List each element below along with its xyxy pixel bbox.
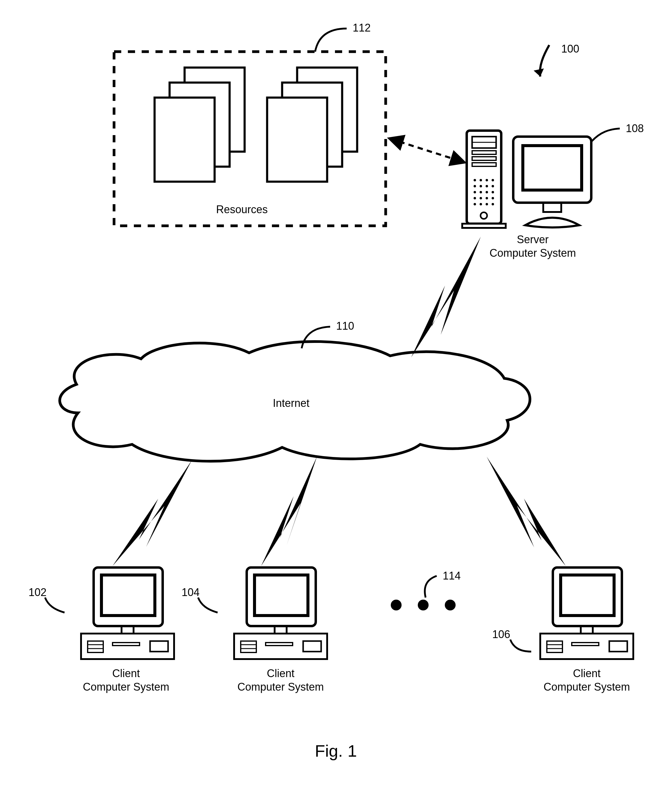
client2-l2: Computer System [237, 681, 324, 693]
resources-label: Resources [216, 203, 268, 216]
server-label-l2: Computer System [490, 247, 576, 259]
ref-100: 100 [561, 43, 579, 55]
client1-l1: Client [112, 667, 140, 679]
svg-point-23 [480, 179, 482, 181]
svg-point-25 [492, 179, 494, 181]
svg-point-40 [486, 203, 488, 205]
client1-l2: Computer System [83, 681, 169, 693]
svg-point-35 [480, 197, 482, 199]
svg-rect-45 [523, 146, 582, 190]
svg-point-50 [445, 600, 456, 610]
svg-point-41 [492, 203, 494, 205]
svg-point-29 [492, 185, 494, 187]
svg-point-28 [486, 185, 488, 187]
figure-label: Fig. 1 [315, 741, 357, 760]
server-label-l1: Server [517, 233, 549, 246]
server-icon [462, 131, 506, 228]
internet-label: Internet [273, 397, 309, 409]
svg-point-39 [480, 203, 482, 205]
ref-106: 106 [492, 628, 510, 641]
ref-100-leader [534, 45, 549, 77]
ellipsis-icon [391, 600, 456, 610]
ref-114: 114 [443, 570, 461, 582]
svg-rect-21 [472, 163, 496, 167]
svg-point-34 [474, 197, 476, 199]
client2-l1: Client [267, 667, 294, 679]
svg-point-24 [486, 179, 488, 181]
svg-point-37 [492, 197, 494, 199]
client-3-icon [540, 567, 633, 659]
svg-point-22 [474, 179, 476, 181]
svg-point-33 [492, 191, 494, 193]
svg-point-36 [486, 197, 488, 199]
svg-point-30 [474, 191, 476, 193]
client-2-icon [234, 567, 327, 659]
svg-point-38 [474, 203, 476, 205]
ref-104: 104 [182, 586, 200, 598]
svg-rect-20 [472, 157, 496, 160]
svg-point-31 [480, 191, 482, 193]
ref-112: 112 [353, 22, 371, 34]
ref-108: 108 [626, 122, 644, 135]
ref-102: 102 [29, 586, 46, 598]
client-1-icon [81, 567, 174, 659]
svg-rect-43 [462, 224, 506, 228]
svg-point-27 [480, 185, 482, 187]
ref-110: 110 [336, 320, 354, 332]
svg-rect-46 [543, 203, 561, 212]
svg-line-47 [390, 139, 464, 162]
svg-rect-15 [267, 98, 327, 182]
svg-point-49 [418, 600, 429, 610]
svg-rect-19 [472, 151, 496, 154]
svg-point-48 [391, 600, 402, 610]
svg-point-26 [474, 185, 476, 187]
svg-point-42 [480, 212, 487, 219]
client3-l1: Client [573, 667, 600, 679]
svg-point-32 [486, 191, 488, 193]
svg-rect-12 [155, 98, 214, 182]
client3-l2: Computer System [544, 681, 630, 693]
